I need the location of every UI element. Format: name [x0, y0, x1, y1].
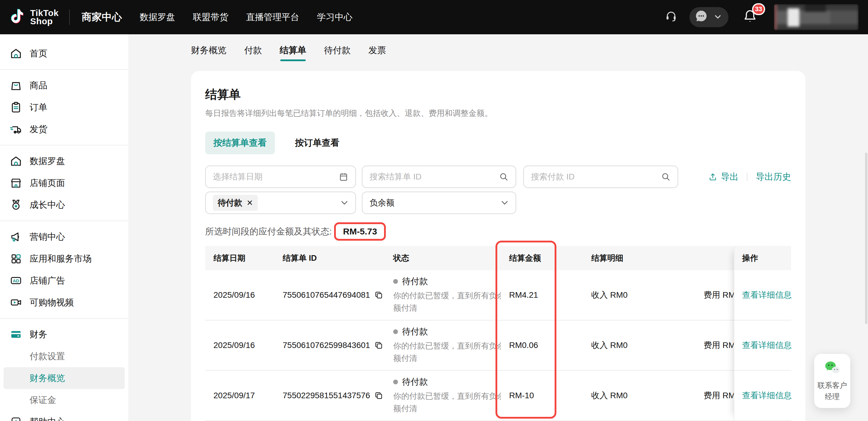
sidebar-item-label: 成长中心: [30, 199, 65, 211]
sidebar-item-label: 商品: [30, 80, 47, 92]
wechat-icon: [824, 360, 840, 377]
balance-filter-select[interactable]: 负余额: [362, 191, 516, 214]
upload-icon: [708, 172, 717, 181]
toggle-by-statement[interactable]: 按结算单查看: [205, 131, 275, 154]
storefront-icon: [9, 177, 23, 189]
tiktok-note-icon: [9, 7, 25, 27]
tab-finance-overview[interactable]: 财务概览: [191, 41, 226, 57]
balance-filter-value: 负余额: [370, 197, 394, 208]
nav-item-live-platform[interactable]: 直播管理平台: [246, 11, 299, 23]
cell-date: 2025/09/16: [205, 270, 274, 321]
svg-text:?: ?: [14, 419, 18, 421]
copy-icon[interactable]: [374, 391, 383, 400]
export-button[interactable]: 导出: [708, 171, 739, 183]
view-toggle: 按结算单查看 按订单查看: [205, 131, 791, 154]
export-history-button[interactable]: 导出历史: [756, 171, 791, 183]
sidebar-item-products[interactable]: 商品: [0, 74, 128, 96]
cell-settle-detail: 收入 RM0 费用 RM: [583, 270, 734, 321]
tab-invoices[interactable]: 发票: [368, 41, 386, 57]
view-details-link[interactable]: 查看详细信息: [742, 390, 792, 401]
credit-card-icon: [9, 328, 23, 341]
page-scrollbar-thumb[interactable]: [865, 153, 867, 324]
payment-id-search[interactable]: [523, 166, 678, 188]
truck-icon: [9, 123, 23, 136]
chevron-down-icon: [341, 199, 348, 207]
statement-id-input[interactable]: [370, 172, 494, 182]
sidebar-item-shop-page[interactable]: 店铺页面: [0, 172, 128, 194]
sidebar-item-label: 首页: [30, 48, 47, 60]
statement-id-search[interactable]: [362, 166, 516, 188]
statements-card: 结算单 每日报告将详细列出每笔已结算订单的明细，包括收入、退款、费用和调整金额。…: [191, 71, 805, 421]
notification-count-badge: 33: [752, 3, 765, 15]
sidebar-item-app-service-market[interactable]: 应用和服务市场: [0, 248, 128, 270]
sidebar-subitem-deposit[interactable]: 保证金: [0, 389, 128, 411]
medal-icon: [9, 199, 23, 211]
grid-apps-icon: [9, 252, 23, 265]
sidebar-item-label: 订单: [30, 101, 47, 114]
payment-id-input[interactable]: [531, 172, 656, 182]
actions-fixed-column: 操作 查看详细信息 查看详细信息 查看详细信息: [734, 246, 791, 421]
nav-divider: [69, 9, 70, 25]
contact-account-manager-widget[interactable]: 联系客户 经理: [814, 354, 850, 408]
sidebar-item-home[interactable]: 首页: [0, 42, 128, 64]
settlement-date-picker[interactable]: [205, 166, 356, 188]
nav-item-seller-center[interactable]: 商家中心: [82, 10, 122, 24]
filter-row-search: 导出 导出历史: [205, 166, 791, 188]
notifications-bell[interactable]: 33: [743, 8, 757, 26]
column-header-settle-detail: 结算明细: [583, 246, 734, 270]
sidebar-item-finance[interactable]: 财务: [0, 324, 128, 345]
page-description: 每日报告将详细列出每笔已结算订单的明细，包括收入、退款、费用和调整金额。: [205, 108, 791, 119]
view-details-link[interactable]: 查看详细信息: [742, 290, 792, 301]
nav-item-data-compass[interactable]: 数据罗盘: [140, 11, 175, 23]
toggle-by-order[interactable]: 按订单查看: [287, 131, 348, 154]
status-filter-chip: 待付款 ✕: [213, 195, 258, 211]
column-header-date: 结算日期: [205, 246, 274, 270]
shopping-bag-icon: [9, 79, 23, 92]
page-title: 结算单: [205, 86, 791, 102]
column-header-status: 状态: [385, 246, 501, 270]
sidebar-subitem-finance-overview[interactable]: 财务概览: [4, 367, 125, 389]
tiktok-shop-logo[interactable]: TikTok Shop: [9, 7, 59, 27]
sidebar-item-shop-ads[interactable]: AD 店铺广告: [0, 270, 128, 292]
status-dot: [393, 380, 398, 384]
cell-date: 2025/09/16: [205, 321, 274, 371]
sidebar-item-orders[interactable]: 订单: [0, 96, 128, 118]
tab-pending-payments[interactable]: 待付款: [324, 41, 351, 57]
statements-table-scroll-area: 结算日期 结算单 ID 状态 结算金额 结算明细 2025/09/16 7550…: [205, 246, 734, 421]
status-filter-select[interactable]: 待付款 ✕: [205, 191, 356, 214]
payable-amount-annotated: RM-5.73: [334, 222, 386, 241]
copy-icon[interactable]: [374, 341, 383, 350]
export-controls: 导出 导出历史: [708, 166, 791, 188]
payable-summary-label: 所选时间段的应付金额及其状态:: [205, 225, 332, 238]
chat-messages-pill[interactable]: [689, 7, 728, 27]
view-details-link[interactable]: 查看详细信息: [742, 340, 792, 351]
cell-status: 待付款 你的付款已暂缓，直到所有负余额付清: [385, 321, 501, 371]
chip-remove-icon[interactable]: ✕: [247, 199, 253, 207]
nav-item-learning-center[interactable]: 学习中心: [317, 11, 352, 23]
cell-statement-id: 7550610765447694081: [274, 270, 385, 321]
sidebar-item-shipping[interactable]: 发货: [0, 118, 128, 140]
nav-item-affiliate[interactable]: 联盟带货: [193, 11, 228, 23]
copy-icon[interactable]: [374, 291, 383, 300]
tab-statements[interactable]: 结算单: [280, 41, 306, 57]
contact-widget-label: 联系客户 经理: [817, 380, 847, 402]
tab-payments[interactable]: 付款: [244, 41, 262, 57]
sidebar-item-label: 可购物视频: [30, 297, 74, 309]
sidebar-item-help-center[interactable]: ? 帮助中心: [0, 411, 128, 421]
megaphone-icon: [9, 230, 23, 243]
sidebar-item-label: 数据罗盘: [30, 155, 65, 167]
sidebar-item-data-compass[interactable]: 数据罗盘: [0, 150, 128, 172]
home-icon: [9, 47, 23, 60]
sidebar-item-growth-center[interactable]: 成长中心: [0, 194, 128, 216]
headset-support-icon[interactable]: [664, 9, 678, 25]
sidebar-subitem-payment-settings[interactable]: 付款设置: [0, 345, 128, 367]
main-content: 财务概览 付款 结算单 待付款 发票 结算单 每日报告将详细列出每笔已结算订单的…: [128, 34, 868, 421]
sidebar-item-marketing-center[interactable]: 营销中心: [0, 226, 128, 248]
sidebar-item-label: 财务: [30, 328, 47, 340]
sidebar-item-shoppable-videos[interactable]: 可购物视频: [0, 292, 128, 313]
settlement-date-input[interactable]: [213, 172, 334, 182]
search-icon: [661, 172, 671, 182]
account-menu-blurred[interactable]: [774, 4, 859, 30]
statements-table: 结算日期 结算单 ID 状态 结算金额 结算明细 2025/09/16 7550…: [205, 246, 791, 421]
sidebar-item-label: 营销中心: [30, 231, 65, 243]
